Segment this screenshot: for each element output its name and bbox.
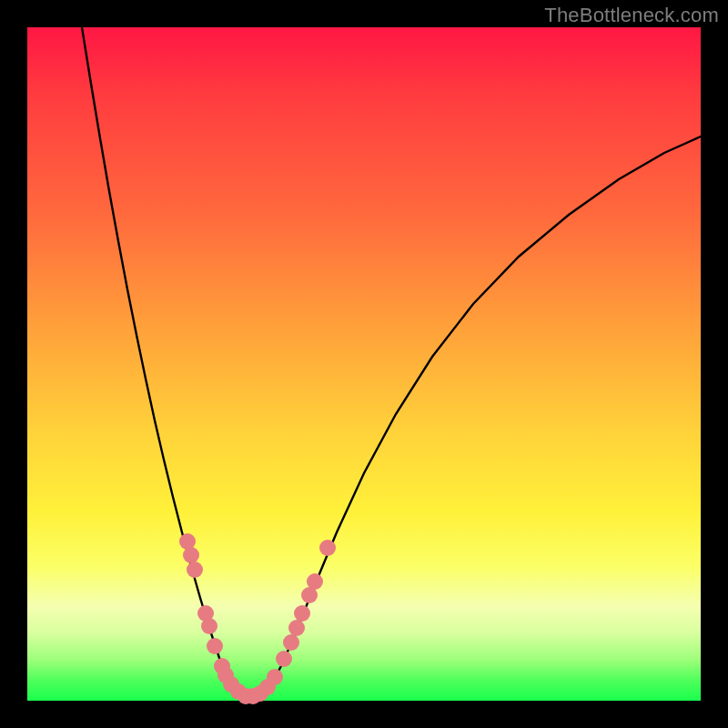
scatter-dot <box>319 540 336 556</box>
scatter-dot <box>207 638 223 654</box>
scatter-dot <box>183 547 199 563</box>
scatter-markers <box>179 533 336 704</box>
chart-frame: TheBottleneck.com <box>0 0 728 728</box>
scatter-dot <box>294 605 310 622</box>
scatter-dot <box>288 620 305 636</box>
scatter-dot <box>201 618 217 634</box>
scatter-dot <box>276 651 292 667</box>
scatter-dot <box>187 561 203 578</box>
scatter-dot <box>283 634 299 651</box>
scatter-dot <box>307 573 323 590</box>
scatter-dot <box>267 669 283 685</box>
bottleneck-curve <box>82 27 701 697</box>
chart-plot-area <box>27 27 701 701</box>
chart-svg <box>27 27 701 701</box>
watermark-text: TheBottleneck.com <box>544 4 719 27</box>
